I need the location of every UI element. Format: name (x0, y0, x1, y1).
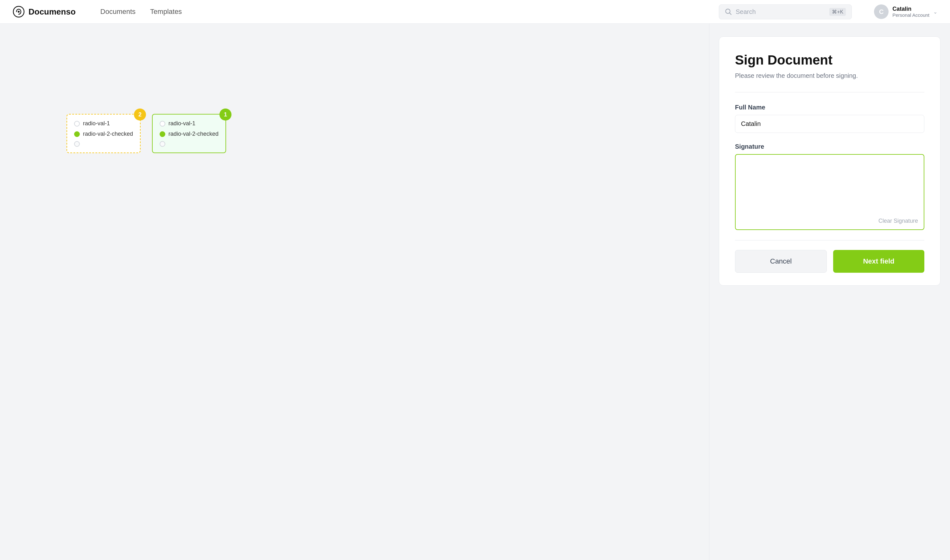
clear-signature-button[interactable]: Clear Signature (878, 218, 918, 224)
right-panel: Sign Document Please review the document… (709, 24, 950, 560)
main-nav: Documents Templates (95, 5, 188, 18)
radio-item-g1[interactable]: radio-val-1 (160, 120, 219, 127)
avatar: C (874, 5, 888, 19)
cancel-button[interactable]: Cancel (735, 250, 827, 273)
radio-item-g2[interactable]: radio-val-2-checked (160, 131, 219, 137)
card-footer: Cancel Next field (735, 240, 924, 285)
user-name: Catalin (892, 6, 929, 12)
radio-label-1: radio-val-1 (83, 120, 110, 127)
radio-item-1[interactable]: radio-val-1 (74, 120, 133, 127)
user-menu[interactable]: C Catalin Personal Account ⌄ (874, 5, 937, 19)
logo-icon (13, 6, 25, 18)
radio-circle-1[interactable] (74, 121, 80, 126)
signature-canvas[interactable]: Clear Signature (735, 154, 924, 230)
radio-item-2[interactable]: radio-val-2-checked (74, 131, 133, 137)
nav-templates[interactable]: Templates (144, 5, 187, 18)
radio-group-1[interactable]: 1 radio-val-1 radio-val-2-checked (152, 114, 226, 153)
search-shortcut: ⌘+K (829, 8, 846, 16)
main-layout: 2 radio-val-1 radio-val-2-checked 1 radi… (0, 24, 950, 560)
full-name-label: Full Name (735, 104, 924, 111)
radio-circle-3[interactable] (74, 141, 80, 147)
radio-label-2: radio-val-2-checked (83, 131, 133, 137)
radio-circle-g3[interactable] (160, 141, 165, 147)
radio-circle-g2-checked[interactable] (160, 131, 165, 137)
logo-link[interactable]: Documenso (13, 6, 76, 18)
signature-label: Signature (735, 143, 924, 150)
radio-circle-g1[interactable] (160, 121, 165, 126)
sign-subtitle: Please review the document before signin… (735, 72, 924, 79)
radio-group-1-badge: 1 (219, 109, 231, 120)
svg-point-1 (18, 11, 20, 13)
radio-item-g3[interactable] (160, 141, 219, 147)
radio-circle-2-checked[interactable] (74, 131, 80, 137)
header: Documenso Documents Templates Search ⌘+K… (0, 0, 950, 24)
search-bar[interactable]: Search ⌘+K (719, 5, 852, 19)
radio-item-3[interactable] (74, 141, 133, 147)
radio-group-2[interactable]: 2 radio-val-1 radio-val-2-checked (66, 114, 140, 153)
next-field-button[interactable]: Next field (833, 250, 924, 273)
chevron-down-icon: ⌄ (933, 9, 937, 15)
document-canvas: 2 radio-val-1 radio-val-2-checked 1 radi… (0, 24, 709, 560)
radio-label-g1: radio-val-1 (168, 120, 195, 127)
search-icon (725, 8, 732, 15)
sign-card: Sign Document Please review the document… (719, 36, 941, 286)
radio-label-g2: radio-val-2-checked (168, 131, 219, 137)
full-name-input[interactable] (735, 115, 924, 133)
svg-line-3 (729, 13, 731, 15)
nav-documents[interactable]: Documents (95, 5, 141, 18)
user-info: Catalin Personal Account (892, 6, 929, 18)
search-placeholder: Search (736, 8, 825, 15)
radio-group-2-badge: 2 (134, 109, 146, 120)
sign-title: Sign Document (735, 52, 924, 68)
logo-text: Documenso (28, 7, 76, 17)
user-account: Personal Account (892, 12, 929, 18)
section-divider (735, 92, 924, 92)
